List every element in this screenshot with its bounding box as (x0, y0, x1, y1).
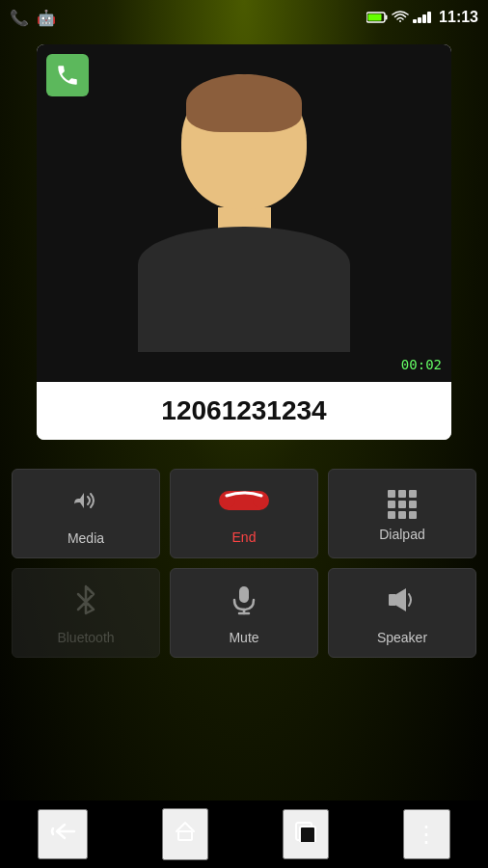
speaker-label: Speaker (377, 630, 427, 645)
media-label: Media (68, 530, 104, 546)
speaker-button[interactable]: Speaker (328, 568, 476, 658)
status-bar: 📞 🤖 11:13 (0, 0, 488, 35)
phone-app-badge (46, 54, 89, 96)
contact-phone-number: 12061231234 (37, 382, 451, 440)
mute-button[interactable]: Mute (170, 568, 318, 658)
contact-image: 00:02 (37, 44, 451, 382)
status-icons-left: 📞 🤖 (10, 9, 56, 27)
status-time: 11:13 (439, 9, 478, 26)
home-icon (174, 820, 197, 843)
bluetooth-button[interactable]: Bluetooth (12, 568, 160, 658)
contact-avatar (138, 74, 350, 352)
back-button[interactable] (38, 809, 88, 859)
wifi-icon (392, 11, 409, 24)
end-call-icon (219, 486, 269, 522)
contact-card: 00:02 12061231234 (37, 44, 451, 440)
battery-icon (366, 11, 388, 24)
bluetooth-icon (72, 584, 99, 622)
end-call-button[interactable]: End (170, 469, 318, 558)
phone-status-icon: 📞 (10, 9, 29, 27)
more-button[interactable]: ⋮ (403, 809, 450, 859)
back-icon (49, 821, 76, 842)
call-timer: 00:02 (401, 357, 442, 372)
svg-rect-12 (300, 827, 315, 842)
bluetooth-label: Bluetooth (57, 630, 114, 645)
dialpad-button[interactable]: Dialpad (328, 469, 476, 558)
media-button[interactable]: Media (12, 469, 160, 558)
svg-rect-10 (178, 831, 192, 840)
action-buttons: Media End Dialpad (0, 469, 488, 658)
media-icon (70, 485, 101, 523)
svg-rect-2 (368, 14, 382, 21)
recents-icon (294, 821, 317, 842)
mute-icon (230, 584, 258, 622)
phone-badge-icon (55, 63, 80, 88)
mute-label: Mute (229, 630, 258, 645)
signal-icon (413, 12, 431, 23)
end-label: End (232, 529, 257, 545)
svg-rect-1 (386, 15, 388, 20)
recents-button[interactable] (283, 809, 329, 859)
home-button[interactable] (162, 808, 208, 860)
status-icons-right: 11:13 (366, 9, 478, 26)
android-icon: 🤖 (37, 9, 56, 27)
svg-rect-9 (389, 594, 396, 606)
dialpad-icon (388, 490, 417, 519)
svg-rect-6 (239, 586, 249, 603)
navigation-bar: ⋮ (0, 800, 488, 868)
speaker-icon (387, 584, 418, 622)
dialpad-label: Dialpad (379, 527, 424, 542)
